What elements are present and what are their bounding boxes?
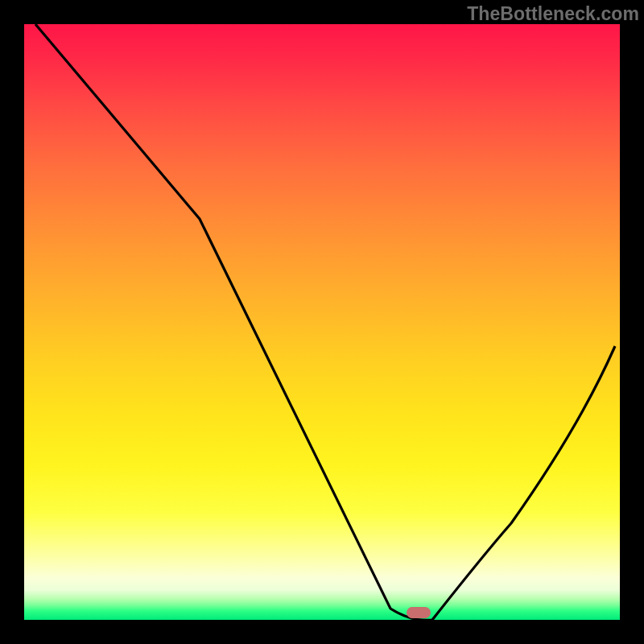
- optimal-point-marker: [407, 607, 431, 618]
- chart-frame: TheBottleneck.com: [0, 0, 644, 644]
- bottleneck-curve: [24, 24, 620, 620]
- plot-area: [24, 24, 620, 620]
- curve-path: [35, 24, 615, 620]
- watermark-text: TheBottleneck.com: [467, 3, 639, 25]
